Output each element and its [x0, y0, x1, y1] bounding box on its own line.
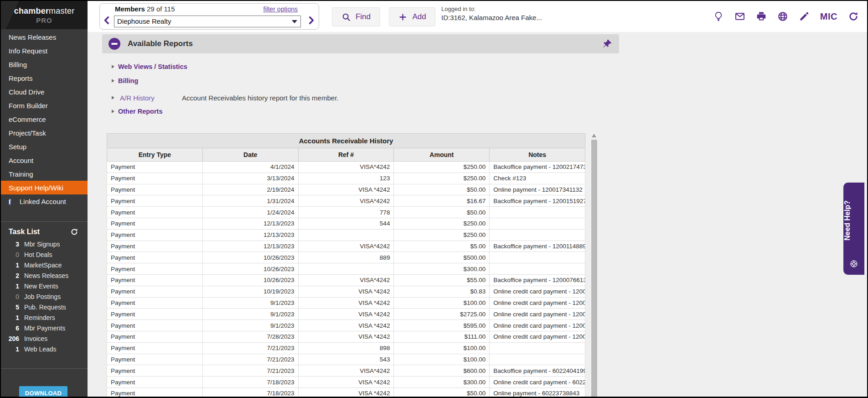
table-scrollbar[interactable]: [590, 132, 598, 397]
report-link-a-r-history[interactable]: A/R History: [120, 94, 182, 102]
globe-icon[interactable]: [777, 11, 788, 22]
pin-icon[interactable]: [602, 38, 613, 49]
column-header-entry-type[interactable]: Entry Type: [107, 148, 203, 162]
mic-link[interactable]: MIC: [820, 11, 837, 22]
refresh-icon[interactable]: [848, 11, 859, 22]
need-help-tab[interactable]: Need Help?: [843, 183, 864, 275]
previous-member-button[interactable]: [103, 14, 111, 26]
column-header-ref[interactable]: Ref #: [298, 148, 394, 162]
table-row[interactable]: Payment10/26/2023$300.00: [107, 263, 585, 275]
column-header-notes[interactable]: Notes: [490, 148, 585, 162]
filter-options-link[interactable]: filter options: [264, 5, 298, 13]
table-row[interactable]: Payment7/28/2023VISA *4242$111.00Online …: [107, 331, 585, 342]
task-item-new-events[interactable]: 1New Events: [1, 281, 88, 291]
cell-entry-type: Payment: [107, 162, 203, 173]
cell-notes: [490, 342, 585, 354]
table-row[interactable]: Payment7/21/2023898$100.00: [107, 342, 585, 354]
table-row[interactable]: Payment7/18/2023VISA *4242$50.00Online p…: [107, 388, 585, 398]
task-item-hot-deals[interactable]: 0Hot Deals: [1, 249, 88, 260]
sidebar-item-cloud-drive[interactable]: Cloud Drive: [1, 85, 88, 99]
task-item-mbr-payments[interactable]: 6Mbr Payments: [1, 323, 88, 333]
sidebar-item-ecommerce[interactable]: eCommerce: [1, 112, 88, 126]
next-member-button[interactable]: [307, 14, 315, 26]
cell-ref: [298, 263, 394, 275]
task-item-marketspace[interactable]: 1MarketSpace: [1, 260, 88, 270]
sidebar-item-setup[interactable]: Setup: [1, 140, 88, 153]
table-row[interactable]: Payment7/21/2023543$100.00: [107, 354, 585, 365]
cell-notes: Online credit card payment - 12000307829…: [490, 320, 585, 331]
task-list-title: Task List: [9, 228, 40, 236]
expand-triangle-icon[interactable]: [112, 65, 114, 68]
expand-triangle-icon[interactable]: [112, 79, 114, 83]
table-row[interactable]: Payment3/13/2024123$250.00Check #123: [107, 173, 585, 184]
cell-notes: Online credit card payment - 12000307838…: [490, 309, 585, 320]
sidebar-item-billing[interactable]: Billing: [1, 58, 88, 71]
sidebar-item-support-help-wiki[interactable]: Support Help/Wiki: [1, 181, 88, 194]
table-row[interactable]: Payment12/13/2023544$250.00: [107, 218, 585, 229]
task-item-job-postings[interactable]: 0Job Postings: [1, 291, 88, 302]
sidebar-item-info-request[interactable]: Info Request: [1, 44, 88, 58]
sidebar-item-training[interactable]: Training: [1, 167, 88, 181]
table-row[interactable]: Payment9/1/2023VISA *4242$595.00Online c…: [107, 320, 585, 331]
task-item-invoices[interactable]: 206Invoices: [1, 333, 88, 344]
table-row[interactable]: Payment1/24/2024778$50.00: [107, 207, 585, 218]
column-header-amount[interactable]: Amount: [394, 148, 490, 162]
task-item-news-releases[interactable]: 2News Releases: [1, 270, 88, 281]
task-item-reminders[interactable]: 1Reminders: [1, 312, 88, 323]
cell-date: 4/1/2024: [202, 162, 298, 173]
find-button[interactable]: Find: [332, 7, 380, 26]
table-row[interactable]: Payment10/19/2023VISA *4242$0.83Online c…: [107, 286, 585, 297]
table-row[interactable]: Payment2/19/2024VISA *4242$50.00Online p…: [107, 184, 585, 195]
task-item-pub-requests[interactable]: 5Pub. Requests: [1, 302, 88, 312]
lightbulb-icon[interactable]: [713, 11, 724, 22]
logo-rest: master: [49, 6, 74, 16]
sync-icon[interactable]: [70, 228, 78, 236]
report-link-billing[interactable]: Billing: [118, 77, 138, 84]
cell-date: 7/18/2023: [202, 388, 298, 398]
printer-icon[interactable]: [756, 11, 767, 22]
cell-notes: Online payment - 60223738843: [490, 388, 585, 398]
table-row[interactable]: Payment9/1/2023VISA *4242$2725.00Online …: [107, 309, 585, 320]
sidebar-item-reports[interactable]: Reports: [1, 71, 88, 85]
task-item-mbr-signups[interactable]: 3Mbr Signups: [1, 239, 88, 249]
table-row[interactable]: Payment1/31/2024VISA*4242$16.67Backoffic…: [107, 195, 585, 207]
task-label: Invoices: [24, 335, 47, 342]
sidebar-item-news-releases[interactable]: News Releases: [1, 30, 88, 44]
expand-triangle-icon[interactable]: [112, 96, 114, 100]
table-row[interactable]: Payment12/13/2023$250.00: [107, 229, 585, 241]
table-row[interactable]: Payment10/26/2023VISA*4242$55.00Backoffi…: [107, 274, 585, 286]
table-row[interactable]: Payment7/21/2023VISA*4242$600.00Backoffi…: [107, 365, 585, 377]
sidebar-item-project-task[interactable]: Project/Task: [1, 126, 88, 140]
table-row[interactable]: Payment9/1/2023VISA *4242$100.00Online c…: [107, 297, 585, 309]
add-button[interactable]: Add: [389, 7, 435, 26]
cell-amount: $2725.00: [394, 309, 490, 320]
scrollbar-thumb[interactable]: [591, 140, 597, 397]
cell-amount: $50.00: [394, 207, 490, 218]
sidebar-item-account[interactable]: Account: [1, 153, 88, 167]
sidebar-item-label: Form Builder: [9, 102, 48, 110]
table-row[interactable]: Payment12/13/2023VISA*4242$5.00Backoffic…: [107, 241, 585, 252]
logged-in-info: Logged in to: ID:3162, Kalamazoo Area Fa…: [441, 5, 542, 21]
member-select-value: Diephouse Realty: [117, 17, 171, 25]
task-label: Hot Deals: [24, 251, 52, 258]
pencil-icon[interactable]: [799, 11, 810, 22]
report-link-other-reports[interactable]: Other Reports: [118, 108, 163, 115]
table-row[interactable]: Payment7/18/2023VISA *4242$300.00Online …: [107, 377, 585, 388]
column-header-date[interactable]: Date: [202, 148, 298, 162]
report-link-web-views-statistics[interactable]: Web Views / Statistics: [118, 63, 187, 70]
cell-entry-type: Payment: [107, 229, 203, 241]
cell-date: 12/13/2023: [202, 218, 298, 229]
sidebar-item-form-builder[interactable]: Form Builder: [1, 99, 88, 112]
task-item-web-leads[interactable]: 1Web Leads: [1, 344, 88, 354]
sidebar-item-linked-account[interactable]: fLinked Account: [1, 194, 88, 208]
envelope-icon[interactable]: [734, 11, 745, 22]
expand-triangle-icon[interactable]: [112, 110, 114, 113]
member-select[interactable]: Diephouse Realty: [114, 16, 301, 27]
main-content: Available Reports Web Views / Statistics…: [88, 32, 867, 397]
table-row[interactable]: Payment10/26/2023889$500.00: [107, 252, 585, 263]
download-staff-app-button[interactable]: DOWNLOAD STAFF APP: [19, 386, 67, 398]
scrollbar-up-icon[interactable]: [592, 134, 596, 137]
collapse-section-icon[interactable]: [108, 38, 120, 50]
sidebar-item-label: eCommerce: [9, 115, 46, 123]
table-row[interactable]: Payment4/1/2024VISA*4242$250.00Backoffic…: [107, 162, 585, 173]
